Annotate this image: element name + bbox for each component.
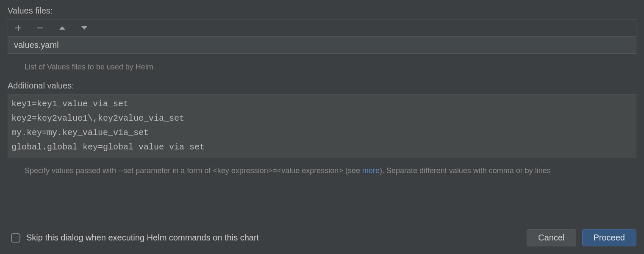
values-files-toolbar [8, 19, 636, 37]
skip-dialog-label: Skip this dialog when executing Helm com… [26, 233, 259, 243]
up-icon[interactable] [58, 24, 67, 32]
cancel-button[interactable]: Cancel [527, 229, 576, 246]
additional-values-label: Additional values: [8, 81, 636, 91]
svg-rect-0 [37, 28, 43, 28]
values-files-list: values.yaml [8, 19, 636, 54]
additional-values-hint-pre: Specify values passed with --set paramet… [25, 166, 362, 175]
add-icon[interactable] [14, 24, 22, 32]
additional-values-hint: Specify values passed with --set paramet… [25, 165, 636, 177]
checkbox-icon[interactable] [11, 233, 20, 243]
additional-values-hint-post: ). Separate different values with comma … [380, 166, 551, 175]
skip-dialog-checkbox-wrap[interactable]: Skip this dialog when executing Helm com… [8, 233, 521, 243]
values-file-row[interactable]: values.yaml [8, 37, 636, 53]
additional-values-field-wrap [8, 94, 636, 157]
down-icon[interactable] [80, 24, 89, 32]
remove-icon[interactable] [36, 24, 44, 32]
values-files-hint: List of Values files to be used by Helm [25, 61, 636, 73]
proceed-button[interactable]: Proceed [582, 229, 637, 246]
additional-values-input[interactable] [11, 97, 633, 153]
dialog-footer: Skip this dialog when executing Helm com… [8, 226, 636, 246]
more-link[interactable]: more [362, 166, 380, 175]
values-files-label: Values files: [8, 6, 636, 16]
